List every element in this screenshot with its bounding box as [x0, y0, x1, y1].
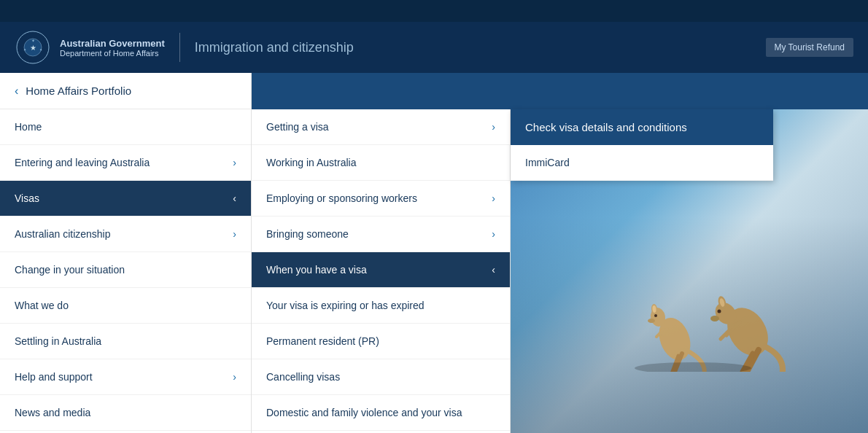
- nav-item-settling-label: Settling in Australia: [15, 335, 101, 347]
- nav-item-settling[interactable]: Settling in Australia: [0, 324, 251, 359]
- immicard-item[interactable]: ImmiCard: [511, 145, 773, 181]
- dropdown-container: ‹ Home Affairs Portfolio Home Entering a…: [0, 73, 511, 433]
- sub-item-expiring[interactable]: Your visa is expiring or has expired: [252, 288, 510, 324]
- chevron-left-icon-2: ‹: [492, 264, 495, 276]
- nav-item-entering-label: Entering and leaving Australia: [15, 157, 150, 168]
- tourist-refund-button[interactable]: My Tourist Refund: [766, 38, 854, 57]
- sub-item-getting[interactable]: Getting a visa ›: [252, 109, 510, 145]
- gov-text: Australian Government Department of Home…: [60, 38, 165, 58]
- nav-item-news-label: News and media: [15, 407, 90, 418]
- nav-item-citizenship[interactable]: Australian citizenship ›: [0, 216, 251, 252]
- svg-point-10: [654, 314, 657, 317]
- header-right: My Tourist Refund: [766, 38, 854, 57]
- chevron-right-icon-3: ›: [233, 371, 236, 383]
- sub-item-domestic[interactable]: Domestic and family violence and your vi…: [252, 395, 510, 431]
- back-chevron-icon: ‹: [15, 85, 18, 98]
- chevron-right-icon: ›: [233, 157, 236, 168]
- top-bar: [0, 0, 868, 22]
- chevron-right-icon-5: ›: [492, 192, 495, 204]
- svg-point-21: [710, 316, 719, 321]
- nav-item-change[interactable]: Change in your situation: [0, 252, 251, 288]
- kangaroo-svg: [635, 255, 795, 372]
- panel-main-header[interactable]: ‹ Home Affairs Portfolio: [0, 73, 251, 109]
- svg-point-11: [648, 319, 655, 323]
- visa-sub-panel: Getting a visa › Working in Australia Em…: [252, 109, 511, 433]
- nav-item-entering[interactable]: Entering and leaving Australia ›: [0, 145, 251, 181]
- sub-item-bringing[interactable]: Bringing someone ›: [252, 216, 510, 252]
- sub-item-cancelling-label: Cancelling visas: [266, 371, 340, 383]
- svg-text:✦: ✦: [31, 39, 35, 43]
- nav-item-visas[interactable]: Visas ‹: [0, 181, 251, 216]
- sub-item-when[interactable]: When you have a visa ‹: [252, 252, 510, 288]
- chevron-right-icon-4: ›: [492, 121, 495, 133]
- panel-main-title: Home Affairs Portfolio: [26, 85, 131, 97]
- sub-item-expiring-label: Your visa is expiring or has expired: [266, 300, 425, 311]
- dept-name: Department of Home Affairs: [60, 49, 165, 58]
- nav-item-what-we-do[interactable]: What we do: [0, 288, 251, 324]
- nav-item-visas-label: Visas: [15, 192, 39, 204]
- logo-area: ★ ✦ ✦ ✦ Australian Government Department…: [15, 29, 165, 66]
- sub-item-employing[interactable]: Employing or sponsoring workers ›: [252, 181, 510, 216]
- check-visa-header: Check visa details and conditions: [511, 109, 773, 145]
- svg-text:✦: ✦: [23, 47, 26, 52]
- chevron-left-icon: ‹: [233, 192, 236, 204]
- section-title: Immigration and citizenship: [195, 40, 354, 55]
- sub-item-working-label: Working in Australia: [266, 157, 356, 168]
- main-nav-panel: ‹ Home Affairs Portfolio Home Entering a…: [0, 73, 252, 433]
- nav-item-home-label: Home: [15, 121, 42, 133]
- sub-item-getting-label: Getting a visa: [266, 121, 329, 133]
- nav-item-help[interactable]: Help and support ›: [0, 359, 251, 395]
- sub-item-pr-label: Permanent resident (PR): [266, 335, 379, 347]
- svg-point-20: [718, 310, 721, 313]
- chevron-right-icon-2: ›: [233, 228, 236, 240]
- chevron-right-icon-6: ›: [492, 228, 495, 240]
- nav-item-citizenship-label: Australian citizenship: [15, 228, 111, 240]
- kangaroo-decoration: [635, 255, 795, 375]
- sub-item-pr[interactable]: Permanent resident (PR): [252, 324, 510, 359]
- sub-item-when-label: When you have a visa: [266, 264, 367, 276]
- nav-item-change-label: Change in your situation: [15, 264, 125, 276]
- sub-item-employing-label: Employing or sponsoring workers: [266, 192, 417, 204]
- gov-crest: ★ ✦ ✦ ✦: [15, 29, 51, 66]
- sub-item-working[interactable]: Working in Australia: [252, 145, 510, 181]
- check-visa-panel: Check visa details and conditions ImmiCa…: [511, 109, 773, 181]
- header-divider: [179, 33, 180, 62]
- sub-item-domestic-label: Domestic and family violence and your vi…: [266, 407, 462, 418]
- nav-item-help-label: Help and support: [15, 371, 93, 383]
- nav-item-what-label: What we do: [15, 300, 69, 311]
- gov-name: Australian Government: [60, 38, 165, 49]
- nav-item-home[interactable]: Home: [0, 109, 251, 145]
- svg-text:✦: ✦: [39, 47, 42, 52]
- svg-point-26: [635, 362, 751, 372]
- header: ★ ✦ ✦ ✦ Australian Government Department…: [0, 22, 868, 73]
- sub-item-bringing-label: Bringing someone: [266, 228, 349, 240]
- svg-text:★: ★: [30, 44, 36, 52]
- sub-item-cancelling[interactable]: Cancelling visas: [252, 359, 510, 395]
- nav-item-news[interactable]: News and media: [0, 395, 251, 431]
